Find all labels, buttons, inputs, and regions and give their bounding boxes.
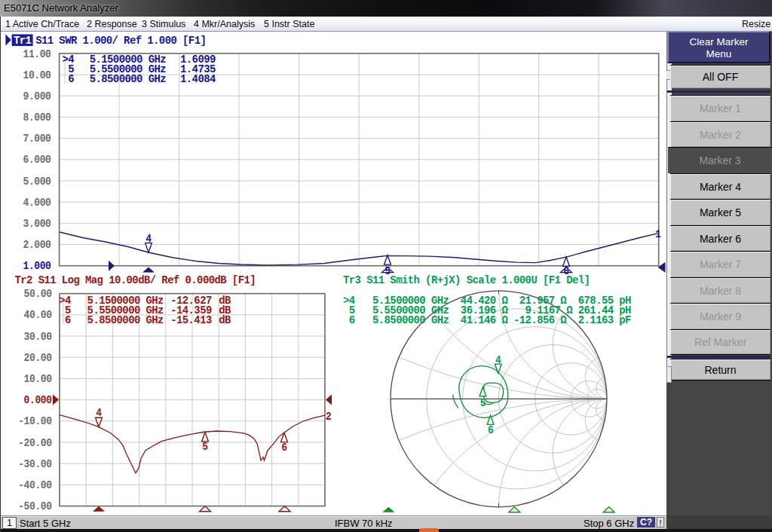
svg-text:5.8500000 GHz: 5.8500000 GHz — [90, 73, 166, 86]
svg-text:2: 2 — [326, 411, 332, 423]
svg-text:8.000: 8.000 — [23, 112, 51, 124]
svg-text:40.00: 40.00 — [24, 310, 52, 322]
svg-text:S11 SWR 1.000/ Ref 1.000 [F1]: S11 SWR 1.000/ Ref 1.000 [F1] — [35, 34, 206, 47]
svg-text:20.00: 20.00 — [24, 352, 52, 364]
svg-text:Tr3 S11 Smith (R+jX) Scale 1.0: Tr3 S11 Smith (R+jX) Scale 1.000U [F1 De… — [343, 274, 590, 286]
svg-text:11.00: 11.00 — [23, 48, 51, 60]
svg-text:4: 4 — [495, 354, 501, 366]
svg-text:dB: dB — [219, 313, 231, 326]
svg-text:Tr1: Tr1 — [14, 34, 32, 47]
svg-text:5.8500000 GHz: 5.8500000 GHz — [87, 313, 164, 326]
svg-text:1.000: 1.000 — [23, 261, 51, 273]
svg-text:5.000: 5.000 — [23, 176, 51, 188]
svg-text:1.4084: 1.4084 — [180, 73, 216, 86]
svg-text:6: 6 — [65, 313, 71, 326]
svg-text:Tr2 S11 Log Mag 10.00dB/ Ref 0: Tr2 S11 Log Mag 10.00dB/ Ref 0.000dB [F1… — [15, 274, 256, 286]
svg-text:-10.00: -10.00 — [18, 416, 52, 428]
svg-text:-50.00: -50.00 — [18, 501, 52, 513]
svg-text:50.00: 50.00 — [24, 289, 52, 301]
svg-text:10.00: 10.00 — [24, 373, 52, 385]
svg-text:4: 4 — [96, 407, 102, 419]
svg-text:4.000: 4.000 — [23, 197, 51, 209]
svg-text:1: 1 — [655, 228, 661, 240]
svg-text:6.000: 6.000 — [23, 154, 51, 167]
svg-text:4: 4 — [146, 233, 152, 245]
svg-text:30.00: 30.00 — [24, 331, 52, 343]
svg-text:-15.413: -15.413 — [170, 313, 212, 326]
svg-text:6: 6 — [68, 73, 74, 86]
svg-text:6: 6 — [488, 424, 494, 436]
svg-text:-30.00: -30.00 — [18, 458, 52, 470]
svg-text:6 5.8500000 GHz 41.146 Ω -1: 6 5.8500000 GHz 41.146 Ω -12.856 Ω 2.116… — [343, 313, 631, 326]
svg-text:2.000: 2.000 — [23, 240, 51, 252]
svg-text:6: 6 — [281, 442, 287, 454]
svg-text:5: 5 — [202, 441, 208, 453]
svg-text:9.000: 9.000 — [23, 90, 51, 102]
svg-text:-40.00: -40.00 — [18, 479, 52, 491]
svg-text:3.000: 3.000 — [23, 218, 51, 230]
svg-text:5: 5 — [480, 397, 486, 409]
svg-text:-20.00: -20.00 — [18, 437, 52, 449]
svg-text:10.00: 10.00 — [23, 69, 51, 81]
svg-text:0.000: 0.000 — [24, 395, 52, 407]
svg-text:7.000: 7.000 — [23, 133, 51, 145]
